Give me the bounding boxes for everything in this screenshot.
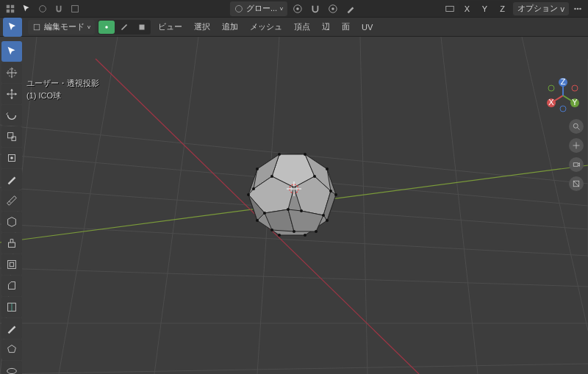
- move-tool[interactable]: [1, 84, 22, 104]
- nav-gizmo[interactable]: X Y Z: [545, 78, 581, 113]
- annotate-tool[interactable]: [1, 169, 22, 190]
- select-box-tool[interactable]: [1, 41, 22, 62]
- pan-icon[interactable]: [569, 138, 584, 153]
- spin-tool[interactable]: [1, 361, 22, 374]
- menu-view[interactable]: ビュー: [154, 20, 187, 34]
- menu-vertex[interactable]: 頂点: [290, 20, 315, 34]
- options-dropdown[interactable]: オプションv: [513, 2, 570, 15]
- cursor-tool[interactable]: [1, 62, 22, 83]
- face-select-icon[interactable]: [134, 21, 150, 34]
- camera-icon[interactable]: [569, 157, 584, 172]
- rotate-tool[interactable]: [1, 105, 22, 126]
- snap-magnet-icon[interactable]: [51, 1, 66, 16]
- viewport-3d[interactable]: ユーザー・透視投影 (1) ICO球 X Y Z: [0, 37, 588, 374]
- svg-line-17: [122, 24, 127, 29]
- svg-point-10: [331, 7, 334, 10]
- tool-indicator-icon[interactable]: [3, 18, 22, 37]
- svg-rect-92: [12, 137, 15, 140]
- svg-point-45: [256, 168, 259, 170]
- svg-rect-3: [11, 9, 14, 12]
- scale-tool[interactable]: [1, 126, 22, 147]
- transform-orientation-dropdown[interactable]: グロー... v: [230, 1, 287, 16]
- svg-point-7: [296, 7, 299, 10]
- knife-tool[interactable]: [1, 318, 22, 339]
- menu-edge[interactable]: 辺: [318, 20, 334, 34]
- transform-tool[interactable]: [1, 148, 22, 168]
- zoom-icon[interactable]: [569, 119, 584, 134]
- more-icon[interactable]: [570, 1, 585, 16]
- vertex-select-icon[interactable]: [98, 21, 115, 34]
- svg-rect-0: [7, 4, 10, 7]
- svg-point-16: [105, 26, 108, 29]
- svg-point-55: [313, 175, 316, 178]
- edge-select-icon[interactable]: [116, 21, 132, 34]
- mode-label: 編集モード: [44, 21, 85, 32]
- second-header: 編集モード v ビュー 選択 追加 メッシュ 頂点 辺 面 UV: [0, 18, 588, 37]
- svg-point-59: [287, 208, 290, 211]
- mesh-filter-icon[interactable]: [442, 1, 457, 16]
- icosphere-mesh: [247, 153, 337, 237]
- orientation-label: グロー...: [246, 3, 277, 14]
- svg-point-53: [256, 219, 259, 222]
- svg-point-49: [334, 193, 337, 196]
- svg-line-23: [0, 268, 588, 287]
- svg-point-79: [548, 85, 554, 91]
- interaction-mode-icon[interactable]: [35, 1, 50, 16]
- axis-x-button[interactable]: X: [459, 2, 476, 15]
- axis-toggle-group: X Y Z: [459, 1, 512, 16]
- menu-uv[interactable]: UV: [357, 21, 377, 33]
- topbar-center: グロー... v: [230, 1, 358, 16]
- inset-tool[interactable]: [1, 254, 22, 275]
- loopcut-tool[interactable]: [1, 297, 22, 317]
- menu-select[interactable]: 選択: [190, 20, 215, 34]
- cursor-select-icon[interactable]: [19, 1, 34, 16]
- svg-point-101: [7, 368, 17, 373]
- svg-text:Z: Z: [561, 78, 566, 86]
- svg-line-25: [0, 364, 588, 374]
- svg-rect-91: [8, 133, 13, 138]
- snap-toggle-icon[interactable]: [308, 1, 323, 16]
- svg-rect-98: [10, 262, 13, 266]
- object-label: (1) ICO球: [26, 90, 99, 101]
- add-cube-tool[interactable]: [1, 212, 22, 232]
- svg-rect-2: [7, 9, 10, 12]
- svg-point-54: [270, 175, 273, 178]
- svg-point-61: [263, 212, 266, 215]
- svg-point-80: [560, 106, 566, 112]
- topbar-right: X Y Z オプションv: [442, 1, 586, 16]
- svg-point-4: [40, 5, 46, 12]
- menu-add[interactable]: 追加: [218, 20, 243, 34]
- svg-rect-18: [140, 24, 145, 29]
- svg-point-52: [278, 234, 281, 237]
- menu-mesh[interactable]: メッシュ: [245, 20, 287, 34]
- nav-side-controls: [569, 119, 584, 191]
- proportional-edit-icon[interactable]: [326, 1, 340, 16]
- svg-point-78: [572, 85, 578, 91]
- menu-face[interactable]: 面: [337, 20, 354, 34]
- mode-dropdown[interactable]: 編集モード v: [28, 20, 95, 35]
- perspective-toggle-icon[interactable]: [569, 176, 584, 191]
- bevel-tool[interactable]: [1, 276, 22, 296]
- svg-rect-96: [9, 242, 15, 247]
- editor-type-icon[interactable]: [3, 1, 18, 16]
- svg-point-62: [322, 214, 325, 217]
- svg-point-13: [577, 7, 579, 10]
- svg-point-46: [278, 153, 281, 156]
- svg-point-14: [579, 7, 581, 10]
- svg-point-48: [326, 168, 329, 170]
- polybuild-tool[interactable]: [1, 339, 22, 360]
- select-mode-group: [98, 20, 151, 35]
- top-header: グロー... v X Y Z オプションv: [0, 0, 588, 18]
- axis-z-button[interactable]: Z: [495, 2, 511, 15]
- orientation-icon[interactable]: [68, 1, 82, 16]
- draw-tool-icon[interactable]: [343, 1, 358, 16]
- svg-line-95: [9, 201, 10, 203]
- axis-y-button[interactable]: Y: [477, 2, 493, 15]
- measure-tool[interactable]: [1, 190, 22, 211]
- tool-shelf: [1, 41, 22, 374]
- pivot-icon[interactable]: [290, 1, 305, 16]
- svg-point-63: [293, 230, 295, 233]
- svg-point-64: [270, 229, 273, 231]
- extrude-tool[interactable]: [1, 233, 22, 253]
- svg-line-82: [578, 128, 580, 130]
